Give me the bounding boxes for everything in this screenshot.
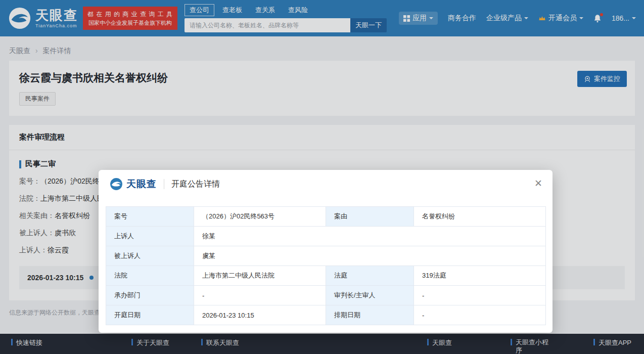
cell-label: 承办部门 <box>106 286 194 305</box>
cell-label: 法庭 <box>326 266 414 286</box>
cell-value: 2026-01-23 10:15 <box>194 305 326 325</box>
modal-logo-title: 天眼查 <box>126 178 157 191</box>
cell-label: 案由 <box>326 207 414 227</box>
cell-value: 虞某 <box>194 246 546 266</box>
cell-value: - <box>194 286 326 305</box>
close-icon[interactable]: ✕ <box>534 179 542 188</box>
cell-value: 319法庭 <box>414 266 546 286</box>
cell-value: （2026）沪02民终563号 <box>194 207 326 227</box>
modal-header-divider <box>164 179 164 189</box>
table-row: 案号 （2026）沪02民终563号 案由 名誉权纠纷 <box>106 207 546 227</box>
cell-label: 上诉人 <box>106 227 194 246</box>
table-row: 被上诉人 虞某 <box>106 246 546 266</box>
cell-label: 案号 <box>106 207 194 227</box>
cell-value: 名誉权纠纷 <box>414 207 546 227</box>
cell-value: - <box>414 286 546 305</box>
cell-value: 徐某 <box>194 227 546 246</box>
table-row: 承办部门 - 审判长/主审人 - <box>106 286 546 305</box>
modal-header: 天眼查 开庭公告详情 ✕ <box>99 170 553 198</box>
cell-label: 开庭日期 <box>106 305 194 325</box>
hearing-detail-modal: 天眼查 开庭公告详情 ✕ 案号 （2026）沪02民终563号 案由 名誉权纠纷… <box>99 170 553 333</box>
cell-label: 排期日期 <box>326 305 414 325</box>
cell-label: 法院 <box>106 266 194 286</box>
cell-label: 被上诉人 <box>106 246 194 266</box>
table-row: 开庭日期 2026-01-23 10:15 排期日期 - <box>106 305 546 325</box>
table-row: 法院 上海市第二中级人民法院 法庭 319法庭 <box>106 266 546 286</box>
hearing-detail-table: 案号 （2026）沪02民终563号 案由 名誉权纠纷 上诉人 徐某 被上诉人 … <box>106 206 546 325</box>
cell-value: 上海市第二中级人民法院 <box>194 266 326 286</box>
tianyancha-eye-icon <box>110 178 123 191</box>
table-row: 上诉人 徐某 <box>106 227 546 246</box>
modal-title: 开庭公告详情 <box>171 179 220 190</box>
cell-value: - <box>414 305 546 325</box>
cell-label: 审判长/主审人 <box>326 286 414 305</box>
